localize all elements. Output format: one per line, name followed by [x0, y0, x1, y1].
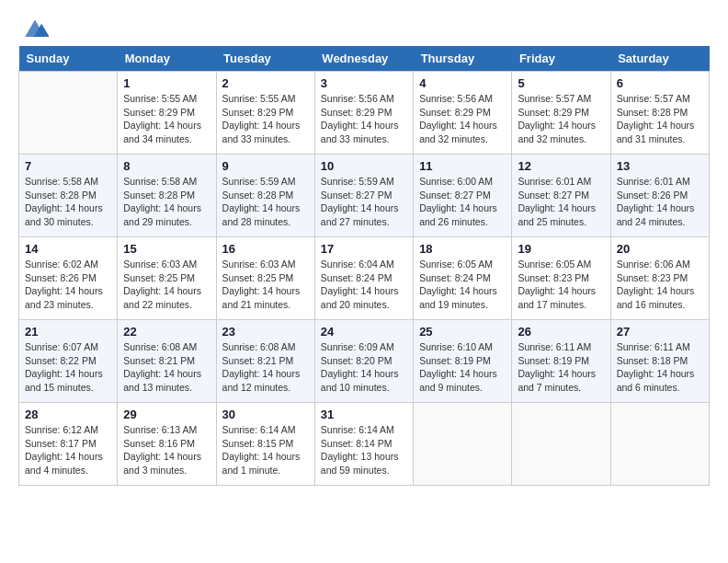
day-header-thursday: Thursday: [414, 46, 512, 72]
day-info: Sunrise: 6:03 AMSunset: 8:25 PMDaylight:…: [123, 258, 210, 312]
day-info: Sunrise: 5:57 AMSunset: 8:29 PMDaylight:…: [518, 92, 604, 146]
day-number: 6: [617, 76, 703, 90]
day-number: 29: [123, 408, 210, 421]
calendar-cell: 11Sunrise: 6:00 AMSunset: 8:27 PMDayligh…: [414, 155, 512, 237]
day-number: 8: [123, 159, 210, 173]
day-info: Sunrise: 6:04 AMSunset: 8:24 PMDaylight:…: [321, 258, 407, 312]
calendar-cell: [610, 403, 709, 486]
week-row: 1Sunrise: 5:55 AMSunset: 8:29 PMDaylight…: [19, 72, 710, 155]
day-number: 23: [222, 325, 309, 339]
day-info: Sunrise: 6:10 AMSunset: 8:19 PMDaylight:…: [419, 340, 506, 395]
day-info: Sunrise: 5:57 AMSunset: 8:28 PMDaylight:…: [617, 92, 703, 146]
calendar-cell: 25Sunrise: 6:10 AMSunset: 8:19 PMDayligh…: [414, 320, 512, 403]
day-info: Sunrise: 6:07 AMSunset: 8:22 PMDaylight:…: [25, 340, 111, 395]
day-number: 1: [123, 76, 210, 90]
day-header-tuesday: Tuesday: [216, 46, 314, 72]
day-info: Sunrise: 6:08 AMSunset: 8:21 PMDaylight:…: [123, 340, 210, 395]
calendar-cell: 16Sunrise: 6:03 AMSunset: 8:25 PMDayligh…: [216, 237, 314, 320]
calendar-cell: 9Sunrise: 5:59 AMSunset: 8:28 PMDaylight…: [216, 155, 314, 237]
day-info: Sunrise: 5:56 AMSunset: 8:29 PMDaylight:…: [321, 92, 407, 146]
day-number: 20: [617, 242, 703, 256]
calendar-cell: 10Sunrise: 5:59 AMSunset: 8:27 PMDayligh…: [314, 155, 413, 237]
day-number: 4: [419, 76, 506, 90]
week-row: 21Sunrise: 6:07 AMSunset: 8:22 PMDayligh…: [19, 320, 710, 403]
calendar-cell: 18Sunrise: 6:05 AMSunset: 8:24 PMDayligh…: [414, 237, 512, 320]
calendar-cell: 3Sunrise: 5:56 AMSunset: 8:29 PMDaylight…: [314, 72, 413, 155]
day-info: Sunrise: 5:58 AMSunset: 8:28 PMDaylight:…: [123, 175, 210, 229]
day-number: 18: [419, 242, 506, 256]
calendar-cell: 31Sunrise: 6:14 AMSunset: 8:14 PMDayligh…: [314, 403, 413, 486]
day-info: Sunrise: 5:55 AMSunset: 8:29 PMDaylight:…: [123, 92, 210, 146]
day-number: 11: [419, 159, 506, 173]
day-info: Sunrise: 6:14 AMSunset: 8:14 PMDaylight:…: [321, 423, 407, 477]
calendar-cell: 2Sunrise: 5:55 AMSunset: 8:29 PMDaylight…: [216, 72, 314, 155]
day-number: 17: [321, 242, 407, 256]
calendar-cell: [512, 403, 610, 486]
calendar-cell: 23Sunrise: 6:08 AMSunset: 8:21 PMDayligh…: [216, 320, 314, 403]
calendar-cell: 19Sunrise: 6:05 AMSunset: 8:23 PMDayligh…: [512, 237, 610, 320]
calendar-cell: 29Sunrise: 6:13 AMSunset: 8:16 PMDayligh…: [118, 403, 216, 486]
day-info: Sunrise: 6:14 AMSunset: 8:15 PMDaylight:…: [222, 423, 309, 477]
day-header-saturday: Saturday: [610, 46, 709, 72]
week-row: 7Sunrise: 5:58 AMSunset: 8:28 PMDaylight…: [19, 155, 710, 237]
day-info: Sunrise: 6:05 AMSunset: 8:23 PMDaylight:…: [518, 258, 604, 312]
calendar-cell: 20Sunrise: 6:06 AMSunset: 8:23 PMDayligh…: [610, 237, 709, 320]
calendar-cell: 14Sunrise: 6:02 AMSunset: 8:26 PMDayligh…: [19, 237, 118, 320]
day-info: Sunrise: 6:12 AMSunset: 8:17 PMDaylight:…: [25, 423, 111, 477]
calendar-cell: 6Sunrise: 5:57 AMSunset: 8:28 PMDaylight…: [610, 72, 709, 155]
day-info: Sunrise: 6:01 AMSunset: 8:27 PMDaylight:…: [518, 175, 604, 229]
calendar-cell: 15Sunrise: 6:03 AMSunset: 8:25 PMDayligh…: [118, 237, 216, 320]
day-number: 9: [222, 159, 309, 173]
day-info: Sunrise: 5:55 AMSunset: 8:29 PMDaylight:…: [222, 92, 309, 146]
day-header-monday: Monday: [118, 46, 216, 72]
day-number: 26: [518, 325, 604, 339]
calendar-table: SundayMondayTuesdayWednesdayThursdayFrid…: [18, 46, 710, 486]
calendar-cell: 22Sunrise: 6:08 AMSunset: 8:21 PMDayligh…: [118, 320, 216, 403]
day-header-friday: Friday: [512, 46, 610, 72]
day-info: Sunrise: 6:01 AMSunset: 8:26 PMDaylight:…: [617, 175, 703, 229]
day-info: Sunrise: 6:09 AMSunset: 8:20 PMDaylight:…: [321, 340, 407, 395]
calendar-cell: [19, 72, 118, 155]
day-number: 22: [123, 325, 210, 339]
day-number: 12: [518, 159, 604, 173]
day-info: Sunrise: 5:59 AMSunset: 8:28 PMDaylight:…: [222, 175, 309, 229]
calendar-cell: 1Sunrise: 5:55 AMSunset: 8:29 PMDaylight…: [118, 72, 216, 155]
day-number: 21: [25, 325, 111, 339]
day-number: 2: [222, 76, 309, 90]
logo: [18, 18, 49, 37]
calendar-cell: 5Sunrise: 5:57 AMSunset: 8:29 PMDaylight…: [512, 72, 610, 155]
calendar-cell: 30Sunrise: 6:14 AMSunset: 8:15 PMDayligh…: [216, 403, 314, 486]
day-info: Sunrise: 5:58 AMSunset: 8:28 PMDaylight:…: [25, 175, 111, 229]
calendar-cell: 13Sunrise: 6:01 AMSunset: 8:26 PMDayligh…: [610, 155, 709, 237]
day-number: 28: [25, 408, 111, 421]
calendar-cell: 7Sunrise: 5:58 AMSunset: 8:28 PMDaylight…: [19, 155, 118, 237]
day-info: Sunrise: 6:08 AMSunset: 8:21 PMDaylight:…: [222, 340, 309, 395]
calendar-cell: 24Sunrise: 6:09 AMSunset: 8:20 PMDayligh…: [314, 320, 413, 403]
day-info: Sunrise: 6:02 AMSunset: 8:26 PMDaylight:…: [25, 258, 111, 312]
calendar-cell: 28Sunrise: 6:12 AMSunset: 8:17 PMDayligh…: [19, 403, 118, 486]
day-info: Sunrise: 6:11 AMSunset: 8:18 PMDaylight:…: [617, 340, 703, 395]
week-row: 28Sunrise: 6:12 AMSunset: 8:17 PMDayligh…: [19, 403, 710, 486]
day-number: 27: [617, 325, 703, 339]
calendar-cell: 26Sunrise: 6:11 AMSunset: 8:19 PMDayligh…: [512, 320, 610, 403]
day-info: Sunrise: 6:11 AMSunset: 8:19 PMDaylight:…: [518, 340, 604, 395]
calendar-cell: 8Sunrise: 5:58 AMSunset: 8:28 PMDaylight…: [118, 155, 216, 237]
day-header-wednesday: Wednesday: [314, 46, 413, 72]
day-info: Sunrise: 6:03 AMSunset: 8:25 PMDaylight:…: [222, 258, 309, 312]
day-number: 30: [222, 408, 309, 421]
day-info: Sunrise: 6:00 AMSunset: 8:27 PMDaylight:…: [419, 175, 506, 229]
calendar-cell: 4Sunrise: 5:56 AMSunset: 8:29 PMDaylight…: [414, 72, 512, 155]
calendar-cell: 21Sunrise: 6:07 AMSunset: 8:22 PMDayligh…: [19, 320, 118, 403]
day-number: 25: [419, 325, 506, 339]
logo-icon: [21, 18, 49, 37]
day-info: Sunrise: 6:05 AMSunset: 8:24 PMDaylight:…: [419, 258, 506, 312]
day-number: 16: [222, 242, 309, 256]
calendar-cell: 17Sunrise: 6:04 AMSunset: 8:24 PMDayligh…: [314, 237, 413, 320]
day-number: 19: [518, 242, 604, 256]
calendar-cell: 12Sunrise: 6:01 AMSunset: 8:27 PMDayligh…: [512, 155, 610, 237]
day-number: 15: [123, 242, 210, 256]
day-number: 5: [518, 76, 604, 90]
day-number: 13: [617, 159, 703, 173]
day-number: 14: [25, 242, 111, 256]
day-number: 10: [321, 159, 407, 173]
